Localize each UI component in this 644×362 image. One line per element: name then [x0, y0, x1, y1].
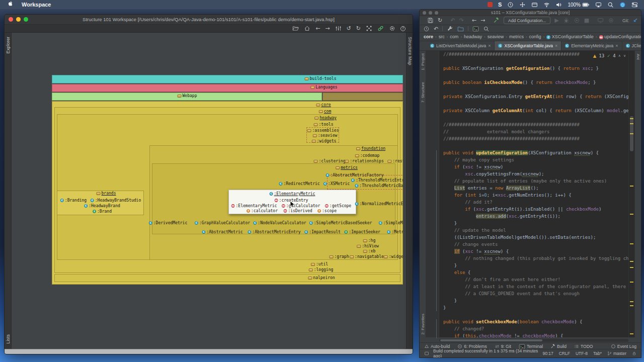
diagram-node-label[interactable]: C:DerivedMetric	[149, 221, 187, 225]
active-app-name[interactable]: Workspace	[22, 2, 51, 8]
diagram-node-label[interactable]: com	[319, 109, 331, 114]
diagram-node-label[interactable]: Languages	[310, 85, 337, 89]
diagram-node-label[interactable]: :widgets	[312, 139, 337, 143]
code-line[interactable]	[443, 72, 628, 79]
back-icon[interactable]: ←	[472, 18, 476, 23]
undo-icon[interactable]: ↶	[450, 18, 455, 23]
code-line[interactable]: // at least in the context of the config…	[443, 283, 628, 290]
diagram-node-label[interactable]: C:HeadwayBrand	[84, 204, 120, 208]
save-icon[interactable]	[427, 17, 434, 24]
search-icon[interactable]	[607, 0, 614, 9]
diagram-node-label[interactable]: build-tools	[305, 76, 337, 81]
wrench-icon[interactable]	[447, 26, 453, 32]
code-line[interactable]: }	[443, 304, 628, 311]
filter-icon[interactable]	[335, 25, 342, 32]
editor-tab[interactable]: CJClientHelp▼	[622, 41, 642, 50]
toggle-toolwindows-icon[interactable]	[424, 351, 429, 356]
code-line[interactable]: }	[443, 297, 628, 304]
diagram-node-label[interactable]: m:getScope	[325, 204, 351, 208]
diagram-node-label[interactable]: I:ImpactSeeker	[344, 230, 380, 234]
attach-icon[interactable]	[608, 17, 614, 24]
code-line[interactable]	[443, 114, 628, 121]
diagram-node-label[interactable]: :seaview	[313, 133, 338, 138]
apple-menu-icon[interactable]	[7, 1, 14, 8]
prev-problem-button[interactable]: ∧	[618, 52, 621, 59]
diagram-node-label[interactable]: C:XSMetric	[324, 182, 350, 186]
code-line[interactable]: else {	[443, 269, 628, 276]
diagram-node-label[interactable]: I:Brand	[93, 209, 112, 214]
add-configuration-button[interactable]: Add Configuration...	[504, 17, 550, 24]
diagram-box-nalpeiron-band[interactable]	[54, 274, 400, 282]
code-line[interactable]: private XSCColumn getColumnAt(int col) {…	[443, 107, 628, 114]
code-line[interactable]: // change events	[443, 241, 628, 248]
wifi-icon[interactable]	[543, 0, 550, 9]
clock-icon[interactable]	[507, 0, 514, 9]
code-line[interactable]: // nothing changed (this probably got in…	[443, 255, 628, 262]
screen-icon[interactable]	[597, 17, 604, 24]
editor-gutter[interactable]	[426, 51, 439, 337]
coverage-icon[interactable]	[574, 17, 580, 24]
breadcrumb-item[interactable]: com	[450, 34, 458, 39]
diagram-node-label[interactable]: C:Branding	[60, 198, 87, 203]
inspection-widget[interactable]: ▲13 ✓4 ∧ ∨	[593, 52, 626, 59]
volume-icon[interactable]	[555, 0, 562, 9]
diagram-node-label[interactable]: :util	[311, 262, 328, 266]
code-line[interactable]: if (xsc.getEntryAt(i).isEnabled() || che…	[443, 206, 628, 213]
move-icon[interactable]	[519, 0, 526, 9]
code-line[interactable]	[443, 86, 628, 93]
lock-icon[interactable]	[632, 351, 636, 356]
diagram-node-label[interactable]: metrics	[336, 165, 358, 170]
find-icon[interactable]	[483, 26, 490, 32]
ant-tool-button[interactable]: Ant	[636, 54, 640, 60]
diagram-node-label[interactable]: :navigatable	[350, 254, 384, 259]
recording-icon[interactable]	[488, 0, 493, 9]
close-tab-icon[interactable]: ×	[615, 43, 618, 48]
diagram-node-label[interactable]: Webapp	[178, 94, 197, 98]
code-line[interactable]: if (xsc != xscnew)	[443, 163, 628, 170]
code-line[interactable]: }	[443, 220, 628, 227]
code-editor[interactable]: //######################################…	[439, 51, 628, 337]
code-line[interactable]: private XSConfiguration.Entry getEntryAt…	[443, 93, 628, 100]
diagram-node-label[interactable]: :codemap	[355, 153, 380, 158]
siri-icon[interactable]	[619, 0, 626, 9]
close-tab-icon[interactable]: ×	[555, 43, 557, 48]
open-folder-icon[interactable]	[292, 25, 299, 32]
code-line[interactable]: for (int i=0; i<xsc.getNumEntries(); i++…	[443, 192, 628, 199]
breadcrumb-item[interactable]: src	[439, 34, 445, 39]
diagram-node-label[interactable]: m:isDerived	[283, 209, 312, 213]
zoom-window-button[interactable]	[435, 11, 438, 15]
history-icon[interactable]	[423, 26, 430, 32]
diagram-box-ext-block[interactable]	[323, 93, 403, 101]
diagram-node-label[interactable]: :assemblies	[307, 128, 339, 133]
code-line[interactable]: public void updateConfiguration(XSConfig…	[443, 149, 628, 156]
indent-indicator[interactable]: Tab*	[593, 351, 602, 356]
code-line[interactable]: // populate list of entries (maybe only …	[443, 177, 628, 185]
diagram-node-label[interactable]: headway	[314, 116, 337, 120]
sync-icon[interactable]: ↻	[438, 18, 442, 23]
code-line[interactable]: List entries = new ArrayList();	[443, 185, 628, 192]
editor-tab[interactable]: CElementaryMetric.java×	[561, 41, 622, 50]
structure-map-canvas[interactable]: build-toolsLanguagesWebappcorecomheadway…	[12, 33, 406, 349]
forward-icon[interactable]: →	[480, 18, 485, 23]
terminal-icon-icon[interactable]	[472, 26, 479, 32]
breadcrumb-class[interactable]: C XSConfiguratorTable	[546, 34, 594, 39]
code-line[interactable]	[443, 311, 628, 318]
diagram-node-label[interactable]: C:MetricSeeker	[387, 230, 403, 234]
settings-icon[interactable]	[389, 25, 395, 32]
code-line[interactable]: }	[443, 262, 628, 269]
diagram-node-label[interactable]: C:HeadwayBrandStudio	[91, 198, 141, 203]
battery-icon[interactable]: 100%	[568, 0, 590, 9]
diagram-node-label[interactable]: C:NodeValueCalculator	[253, 221, 306, 225]
close-window-button[interactable]	[423, 11, 426, 15]
toolwindow-button-build[interactable]: Build	[550, 344, 567, 349]
minimize-window-button[interactable]	[16, 17, 21, 22]
code-line[interactable]: public XSConfiguration getConfiguration(…	[443, 65, 628, 72]
diagram-node-label[interactable]: m:getCalculator	[282, 204, 320, 208]
code-line[interactable]: // don't fire an event here either!	[443, 276, 628, 283]
diagram-node-label[interactable]: :xb	[363, 249, 375, 253]
diagram-box-languages[interactable]	[52, 84, 403, 92]
diagram-node-label[interactable]: m:ElementaryMetric	[231, 204, 277, 208]
code-line[interactable]: xsc.copySettingsFrom(xscnew);	[443, 170, 628, 177]
code-line[interactable]: // add it?	[443, 199, 628, 206]
diagram-node-label[interactable]: C:NormalizedMetricEntry	[355, 202, 403, 206]
